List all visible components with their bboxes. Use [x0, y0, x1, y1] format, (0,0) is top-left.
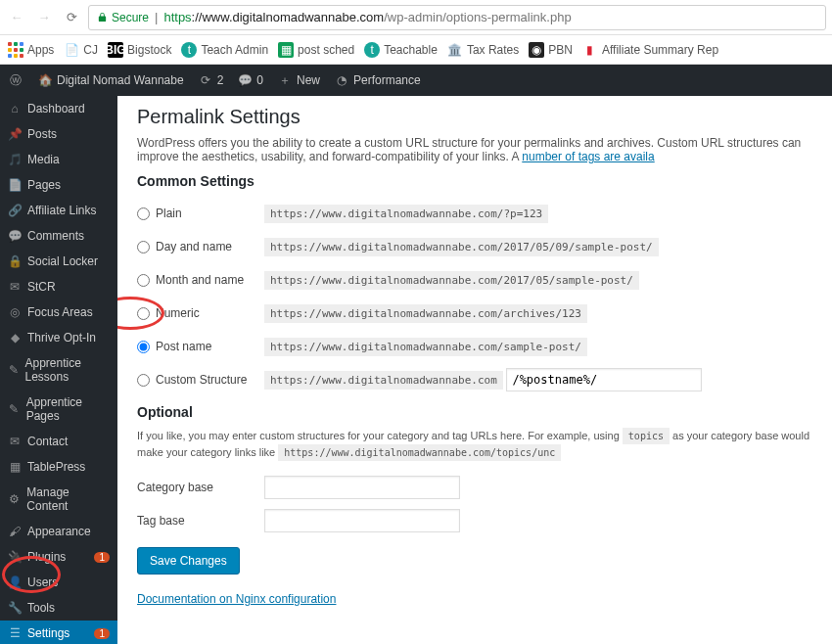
pages-icon: ✎	[8, 402, 21, 416]
example-postname: https://www.digitalnomadwannabe.com/samp…	[264, 338, 587, 356]
brush-icon: 🖌	[8, 525, 22, 538]
wrench-icon: 🔧	[8, 601, 22, 615]
link-icon: 🔗	[8, 204, 22, 217]
optional-heading: Optional	[137, 404, 812, 420]
menu-tools[interactable]: 🔧Tools	[0, 595, 117, 621]
example-month: https://www.digitalnomadwannabe.com/2017…	[264, 271, 639, 290]
menu-media[interactable]: 🎵Media	[0, 147, 117, 172]
menu-apprentice-pages[interactable]: ✎Apprentice Pages	[0, 390, 117, 429]
menu-comments[interactable]: 💬Comments	[0, 223, 117, 249]
save-button[interactable]: Save Changes	[137, 547, 240, 575]
menu-manage-content[interactable]: ⚙Manage Content	[0, 480, 117, 519]
tag-base-label: Tag base	[137, 514, 185, 528]
target-icon: ◎	[8, 305, 22, 319]
performance-link[interactable]: ◔Performance	[334, 72, 421, 88]
url-path: /wp-admin/options-permalink.php	[384, 10, 571, 24]
menu-stcr[interactable]: ✉StCR	[0, 274, 117, 299]
radio-custom[interactable]	[137, 374, 150, 387]
bookmark-tax-rates[interactable]: 🏛️Tax Rates	[447, 42, 519, 58]
bookmark-teachable[interactable]: tTeachable	[364, 42, 438, 58]
custom-structure-input[interactable]	[506, 368, 702, 391]
bookmarks-bar: Apps 📄CJ BIGBigstock tTeach Admin ▦post …	[0, 35, 832, 65]
url-host: ://www.digitalnomadwannabe.com	[192, 10, 385, 24]
forward-button[interactable]: →	[33, 7, 55, 28]
menu-pages[interactable]: 📄Pages	[0, 172, 117, 198]
reload-button[interactable]: ⟳	[61, 7, 82, 28]
wp-logo[interactable]: ⓦ	[8, 72, 23, 88]
radio-postname[interactable]	[137, 341, 150, 353]
tags-link[interactable]: number of tags are availa	[522, 150, 654, 163]
address-bar[interactable]: Secure | https://www.digitalnomadwannabe…	[88, 5, 826, 30]
comment-icon: 💬	[237, 72, 253, 88]
bigstock-icon: BIG	[108, 42, 123, 58]
label-month: Month and name	[156, 273, 244, 287]
custom-base: https://www.digitalnomadwannabe.com	[264, 371, 503, 390]
comments-link[interactable]: 💬0	[237, 72, 263, 88]
lock-icon: Secure	[97, 11, 149, 24]
pin-icon: 📌	[8, 127, 22, 141]
gov-icon: 🏛️	[447, 42, 463, 58]
tag-base-input[interactable]	[264, 509, 460, 532]
table-icon: ▦	[8, 460, 22, 474]
wordpress-icon: ⓦ	[8, 72, 23, 88]
plugin-icon: 🔌	[8, 550, 22, 564]
pbn-icon: ◉	[529, 42, 544, 58]
contact-icon: ✉	[8, 435, 22, 448]
category-base-input[interactable]	[264, 476, 460, 499]
menu-apprentice-lessons[interactable]: ✎Apprentice Lessons	[0, 350, 117, 390]
menu-appearance[interactable]: 🖌Appearance	[0, 519, 117, 544]
bookmark-affiliate[interactable]: ▮Affiliate Summary Rep	[582, 42, 718, 58]
nginx-doc-link[interactable]: Documentation on Nginx configuration	[137, 592, 336, 606]
lesson-icon: ✎	[8, 363, 19, 377]
sheets-icon: ▦	[278, 42, 294, 58]
wp-admin-bar: ⓦ 🏠Digital Nomad Wannabe ⟳2 💬0 ＋New ◔Per…	[0, 65, 832, 96]
bookmark-pbn[interactable]: ◉PBN	[529, 42, 573, 58]
new-link[interactable]: ＋New	[277, 72, 320, 88]
menu-social-locker[interactable]: 🔒Social Locker	[0, 249, 117, 274]
label-postname: Post name	[156, 340, 211, 353]
menu-tablepress[interactable]: ▦TablePress	[0, 454, 117, 480]
url-scheme: https	[163, 10, 191, 24]
menu-users[interactable]: 👤Users	[0, 570, 117, 595]
bookmark-post-sched[interactable]: ▦post sched	[278, 42, 354, 58]
bookmark-teach-admin[interactable]: tTeach Admin	[181, 42, 268, 58]
url-separator: |	[155, 10, 158, 24]
radio-plain[interactable]	[137, 207, 150, 220]
radio-month[interactable]	[137, 274, 150, 287]
optin-icon: ◆	[8, 331, 22, 345]
updates-link[interactable]: ⟳2	[198, 72, 224, 88]
teachable-icon: t	[181, 42, 197, 58]
menu-settings[interactable]: ☰Settings1	[0, 621, 117, 644]
menu-affiliate-links[interactable]: 🔗Affiliate Links	[0, 198, 117, 223]
menu-focus-areas[interactable]: ◎Focus Areas	[0, 299, 117, 325]
main-content: Permalink Settings WordPress offers you …	[117, 96, 832, 644]
affiliate-icon: ▮	[582, 42, 598, 58]
back-button[interactable]: ←	[6, 7, 27, 28]
browser-toolbar: ← → ⟳ Secure | https://www.digitalnomadw…	[0, 0, 832, 35]
updates-icon: ⟳	[198, 72, 213, 88]
apps-button[interactable]: Apps	[8, 42, 54, 58]
dashboard-icon: ⌂	[8, 102, 22, 115]
menu-dashboard[interactable]: ⌂Dashboard	[0, 96, 117, 121]
sliders-icon: ☰	[8, 626, 22, 640]
example-plain: https://www.digitalnomadwannabe.com/?p=1…	[264, 205, 548, 223]
common-settings-heading: Common Settings	[137, 173, 812, 189]
menu-posts[interactable]: 📌Posts	[0, 121, 117, 147]
menu-thrive-optin[interactable]: ◆Thrive Opt-In	[0, 325, 117, 350]
media-icon: 🎵	[8, 153, 22, 166]
plus-icon: ＋	[277, 72, 293, 88]
secure-label: Secure	[112, 11, 149, 24]
bookmark-cj[interactable]: 📄CJ	[64, 42, 98, 58]
bookmark-bigstock[interactable]: BIGBigstock	[108, 42, 171, 58]
radio-day[interactable]	[137, 241, 150, 253]
label-plain: Plain	[156, 207, 182, 220]
menu-plugins[interactable]: 🔌Plugins1	[0, 544, 117, 570]
site-name-link[interactable]: 🏠Digital Nomad Wannabe	[37, 72, 184, 88]
plugins-badge: 1	[94, 552, 110, 563]
teachable-icon: t	[364, 42, 380, 58]
radio-numeric[interactable]	[137, 307, 150, 320]
user-icon: 👤	[8, 575, 22, 589]
optional-description: If you like, you may enter custom struct…	[137, 428, 812, 461]
menu-contact[interactable]: ✉Contact	[0, 429, 117, 454]
home-icon: 🏠	[37, 72, 53, 88]
